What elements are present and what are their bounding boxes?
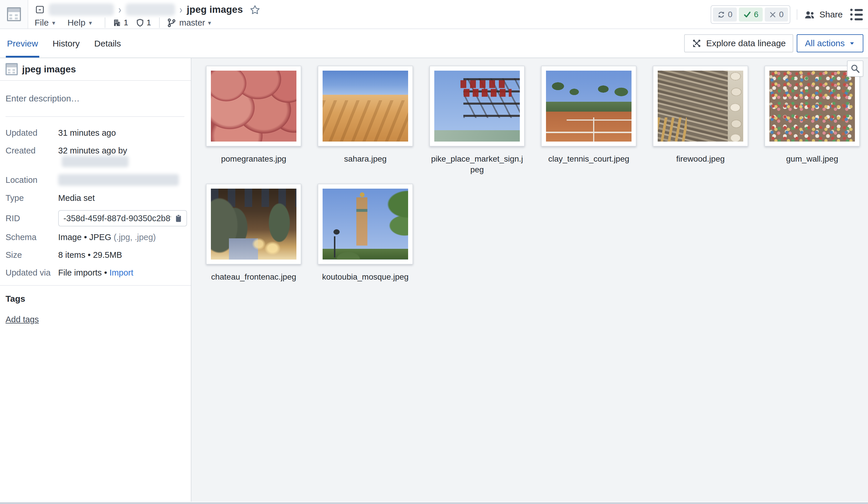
- field-type: Type Media set: [6, 192, 184, 203]
- tab-details[interactable]: Details: [93, 29, 122, 57]
- media-item-koutoubia[interactable]: koutoubia_mosque.jpeg: [318, 184, 413, 282]
- media-card[interactable]: [206, 184, 301, 264]
- shield-icon: [136, 19, 144, 27]
- chevron-down-icon: ▾: [89, 20, 92, 26]
- media-card[interactable]: [318, 66, 413, 147]
- media-filename: koutoubia_mosque.jpeg: [318, 272, 413, 282]
- caret-down-icon: [849, 40, 855, 46]
- preview-content: pomegranates.jpgsahara.jpegpike_place_ma…: [192, 58, 868, 502]
- media-item-clay[interactable]: clay_tennis_court.jpeg: [541, 66, 637, 175]
- resource-box-icon: [34, 4, 45, 15]
- media-set-app-icon: [7, 7, 21, 21]
- add-tags-link[interactable]: Add tags: [6, 315, 184, 324]
- menu-file[interactable]: File▾: [34, 18, 55, 28]
- sidebar-title: jpeg images: [22, 64, 76, 75]
- media-item-sahara[interactable]: sahara.jpeg: [318, 66, 413, 175]
- field-schema: Schema Image • JPEG (.jpg, .jpeg): [6, 232, 184, 243]
- media-item-gumwall[interactable]: gum_wall.jpeg: [764, 66, 860, 175]
- rid-value[interactable]: -358d-459f-887d-90350c2b8f19: [63, 214, 171, 223]
- search-icon: [850, 64, 860, 74]
- app-header: › › jpeg images File▾ Help▾: [0, 0, 868, 29]
- thumbnail-clay-image: [546, 71, 631, 141]
- schema-extensions: (.jpg, .jpeg): [114, 232, 156, 242]
- divider: [0, 285, 191, 286]
- thumbnail-pomegranates-image: [211, 71, 297, 141]
- field-updated: Updated 31 minutes ago: [6, 127, 184, 138]
- header-right: 0 6 0: [711, 0, 863, 29]
- explore-data-lineage-button[interactable]: Explore data lineage: [684, 34, 794, 52]
- data-lineage-icon: [692, 38, 702, 48]
- checks-failed-badge[interactable]: 0: [765, 8, 788, 21]
- metadata-fields: Updated 31 minutes ago Created 32 minute…: [6, 127, 184, 278]
- details-sidebar: jpeg images Enter description… Updated 3…: [0, 58, 192, 502]
- checks-passed-badge[interactable]: 6: [739, 8, 763, 21]
- media-card[interactable]: [429, 66, 525, 147]
- media-card[interactable]: [541, 66, 637, 147]
- thumbnail-sahara-image: [323, 71, 408, 141]
- media-filename: gum_wall.jpeg: [764, 154, 860, 164]
- all-actions-button[interactable]: All actions: [797, 34, 863, 52]
- divider: [797, 9, 797, 20]
- rid-input[interactable]: -358d-459f-887d-90350c2b8f19: [58, 210, 187, 227]
- description-input[interactable]: Enter description…: [6, 81, 184, 116]
- media-filename: sahara.jpeg: [318, 154, 413, 164]
- media-filename: chateau_frontenac.jpeg: [206, 272, 301, 282]
- chevron-down-icon: ▾: [52, 20, 55, 26]
- tags-heading: Tags: [6, 294, 184, 304]
- tab-preview[interactable]: Preview: [6, 29, 39, 57]
- media-item-pike[interactable]: pike_place_market_sign.jpeg: [429, 66, 525, 175]
- search-button[interactable]: [847, 61, 863, 77]
- window-bottom-edge: [0, 502, 868, 504]
- media-card[interactable]: [653, 66, 748, 147]
- tab-history[interactable]: History: [51, 29, 81, 57]
- favorite-star-icon[interactable]: [250, 4, 260, 15]
- share-button[interactable]: Share: [804, 10, 843, 20]
- people-icon: [804, 10, 815, 20]
- media-filename: pomegranates.jpg: [206, 154, 301, 164]
- thumbnail-pike-image: [434, 71, 520, 141]
- import-link[interactable]: Import: [110, 268, 133, 277]
- tabs: Preview History Details: [0, 29, 134, 57]
- tab-actions: Explore data lineage All actions: [684, 29, 863, 57]
- field-size: Size 8 items • 29.5MB: [6, 249, 184, 260]
- media-card[interactable]: [764, 66, 860, 147]
- thumbnail-koutoubia-image: [323, 189, 408, 260]
- sync-icon: [717, 11, 725, 19]
- media-card[interactable]: [206, 66, 301, 147]
- check-icon: [743, 10, 751, 19]
- media-gallery: pomegranates.jpgsahara.jpegpike_place_ma…: [192, 58, 868, 291]
- checks-status-group[interactable]: 0 6 0: [711, 5, 790, 24]
- field-rid: RID -358d-459f-887d-90350c2b8f19: [6, 210, 184, 227]
- media-filename: firewood.jpeg: [653, 154, 748, 164]
- field-created: Created 32 minutes ago by: [6, 145, 184, 167]
- checks-running-badge[interactable]: 0: [713, 8, 737, 21]
- media-set-icon: [6, 63, 18, 75]
- divider: [159, 18, 160, 28]
- app-logo[interactable]: [0, 0, 28, 29]
- markings-count-badge[interactable]: 1: [136, 18, 151, 27]
- menu-help[interactable]: Help▾: [68, 18, 92, 28]
- properties-list-icon[interactable]: [850, 9, 863, 20]
- breadcrumb-item-redacted[interactable]: [126, 3, 175, 16]
- sidebar-title-row: jpeg images: [6, 58, 184, 80]
- redacted-location: [58, 174, 179, 186]
- media-filename: pike_place_market_sign.jpeg: [429, 154, 525, 175]
- cross-icon: [769, 11, 776, 18]
- office-building-icon: [112, 18, 121, 27]
- divider: [105, 18, 105, 28]
- thumbnail-firewood-image: [658, 71, 743, 141]
- divider: [6, 116, 184, 117]
- thumbnail-chateau-image: [211, 189, 297, 260]
- breadcrumb-item-redacted[interactable]: [49, 3, 114, 16]
- field-location: Location: [6, 174, 184, 186]
- media-item-chateau[interactable]: chateau_frontenac.jpeg: [206, 184, 301, 282]
- clipboard-icon[interactable]: [175, 213, 183, 223]
- media-card[interactable]: [318, 184, 413, 264]
- media-item-pomegranates[interactable]: pomegranates.jpg: [206, 66, 301, 175]
- media-item-firewood[interactable]: firewood.jpeg: [653, 66, 748, 175]
- projects-count-badge[interactable]: 1: [112, 18, 128, 27]
- thumbnail-gumwall-image: [769, 71, 855, 141]
- breadcrumb-separator: ›: [179, 3, 183, 16]
- media-filename: clay_tennis_court.jpeg: [541, 154, 637, 164]
- branch-selector[interactable]: master ▾: [167, 18, 211, 28]
